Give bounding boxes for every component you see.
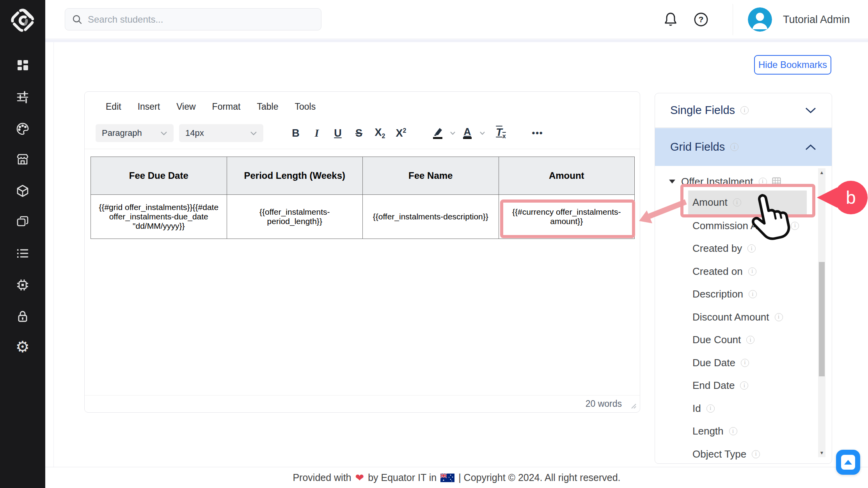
sidebar: ⚙	[0, 0, 45, 488]
italic-button[interactable]: I	[306, 124, 327, 142]
col-header-fee-name[interactable]: Fee Name	[363, 157, 499, 195]
sidebar-item-products[interactable]	[15, 183, 30, 199]
sidebar-item-settings[interactable]: ⚙	[15, 339, 30, 354]
sidebar-item-lists[interactable]	[15, 246, 30, 261]
tree-item-amount[interactable]: Amount	[688, 191, 807, 214]
menu-table[interactable]: Table	[257, 102, 278, 112]
tree-item-discount-amount[interactable]: Discount Amount	[655, 306, 819, 329]
resize-handle-icon[interactable]	[630, 402, 637, 409]
font-size-select[interactable]: 14px	[179, 124, 263, 142]
highlight-color-button[interactable]	[427, 124, 448, 142]
single-fields-label: Single Fields	[670, 104, 735, 117]
scrollbar-up-arrow[interactable]: ▲	[818, 168, 825, 177]
search-bar[interactable]	[65, 8, 321, 30]
info-icon[interactable]	[775, 313, 783, 321]
info-icon[interactable]	[730, 143, 738, 151]
panel-scrollbar[interactable]: ▲ ▼	[818, 168, 825, 457]
item-label: Amount	[692, 196, 728, 208]
sidebar-item-settings-sliders[interactable]	[15, 89, 30, 105]
grid-fields-header[interactable]: Grid Fields	[655, 128, 832, 166]
col-header-fee-due-date[interactable]: Fee Due Date	[91, 157, 227, 195]
tree-item-created-on[interactable]: Created on	[655, 260, 819, 283]
sidebar-item-store[interactable]	[15, 152, 30, 167]
template-table[interactable]: Fee Due Date Period Length (Weeks) Fee N…	[91, 157, 635, 239]
subscript-button[interactable]: X2	[369, 124, 391, 142]
editor-statusbar: 20 words	[85, 395, 640, 412]
text-color-menu-button[interactable]	[478, 124, 486, 142]
item-label: Object Type	[692, 448, 746, 460]
tree-item-id[interactable]: Id	[655, 397, 819, 420]
info-icon[interactable]	[741, 359, 749, 367]
app-logo-icon[interactable]	[11, 9, 34, 32]
underline-button[interactable]: U	[327, 124, 348, 142]
menu-insert[interactable]: Insert	[138, 102, 160, 112]
cell-fee-due-date[interactable]: {{#grid offer_instalments}}{{#date offer…	[91, 195, 227, 239]
notifications-button[interactable]	[662, 10, 680, 29]
text-color-icon: A	[462, 126, 473, 140]
cell-period-length[interactable]: {{offer_instalments-period_length}}	[227, 195, 363, 239]
info-icon[interactable]	[706, 404, 715, 413]
menu-format[interactable]: Format	[212, 102, 241, 112]
sidebar-item-theme[interactable]	[15, 121, 30, 137]
highlighter-icon	[432, 126, 444, 140]
cell-fee-name[interactable]: {{offer_instalments-description}}	[363, 195, 499, 239]
tree-item-length[interactable]: Length	[655, 420, 819, 443]
group-label: Offer Instalment	[681, 176, 753, 188]
info-icon[interactable]	[749, 290, 757, 298]
grid-table-icon[interactable]	[772, 177, 781, 186]
tree-item-commission-amount[interactable]: Commission Amount	[655, 214, 819, 237]
tree-item-created-by[interactable]: Created by	[655, 237, 819, 260]
scrollbar-down-arrow[interactable]: ▼	[818, 449, 825, 457]
block-format-select[interactable]: Paragraph	[96, 124, 174, 142]
tree-item-end-date[interactable]: End Date	[655, 374, 819, 397]
sidebar-item-security[interactable]	[15, 309, 30, 324]
grid-fields-label: Grid Fields	[670, 141, 725, 153]
avatar[interactable]	[748, 7, 772, 32]
info-icon[interactable]	[748, 267, 756, 276]
caret-down-icon[interactable]	[669, 180, 675, 183]
col-header-period-length[interactable]: Period Length (Weeks)	[227, 157, 363, 195]
more-tools-button[interactable]: •••	[527, 124, 548, 142]
tree-group-offer-instalment[interactable]: Offer Instalment	[655, 173, 819, 191]
table-header-row: Fee Due Date Period Length (Weeks) Fee N…	[91, 157, 635, 195]
menu-edit[interactable]: Edit	[106, 102, 121, 112]
single-fields-header[interactable]: Single Fields	[655, 93, 832, 128]
scroll-to-top-button[interactable]	[836, 450, 860, 475]
australia-flag-icon	[440, 474, 454, 482]
info-icon[interactable]	[752, 450, 760, 458]
strikethrough-button[interactable]: S	[348, 124, 369, 142]
text-color-button[interactable]: A	[457, 124, 478, 142]
sidebar-item-integrations[interactable]	[15, 277, 30, 293]
menu-tools[interactable]: Tools	[295, 102, 316, 112]
bold-button[interactable]: B	[285, 124, 306, 142]
info-icon[interactable]	[746, 336, 754, 344]
chevron-down-icon	[450, 131, 456, 135]
info-icon[interactable]	[740, 381, 748, 390]
clear-formatting-button[interactable]: Tx	[490, 124, 511, 142]
info-icon[interactable]	[740, 106, 749, 114]
superscript-button[interactable]: X2	[391, 124, 412, 142]
col-header-amount[interactable]: Amount	[499, 157, 635, 195]
tree-item-description[interactable]: Description	[655, 283, 819, 306]
user-name[interactable]: Tutorial Admin	[783, 0, 850, 39]
sidebar-item-dashboard[interactable]	[15, 58, 30, 73]
info-icon[interactable]	[747, 244, 756, 253]
info-icon[interactable]	[759, 178, 767, 186]
menu-view[interactable]: View	[176, 102, 195, 112]
tree-item-object-type[interactable]: Object Type	[655, 443, 819, 464]
sidebar-item-pages[interactable]	[15, 214, 30, 230]
scrollbar-thumb[interactable]	[819, 262, 825, 376]
item-label: End Date	[692, 379, 735, 392]
hide-bookmarks-button[interactable]: Hide Bookmarks	[754, 55, 831, 75]
badge-letter: b	[846, 187, 856, 208]
info-icon[interactable]	[733, 198, 741, 207]
highlight-color-menu-button[interactable]	[448, 124, 457, 142]
tree-item-due-date[interactable]: Due Date	[655, 351, 819, 374]
help-button[interactable]: ?	[692, 10, 710, 29]
info-icon[interactable]	[791, 222, 799, 230]
cell-amount[interactable]: {{#currency offer_instalments-amount}}	[499, 195, 635, 239]
info-icon[interactable]	[729, 427, 737, 435]
search-input[interactable]	[88, 14, 306, 25]
editor-menubar: Edit Insert View Format Table Tools	[106, 97, 316, 116]
tree-item-due-count[interactable]: Due Count	[655, 329, 819, 352]
